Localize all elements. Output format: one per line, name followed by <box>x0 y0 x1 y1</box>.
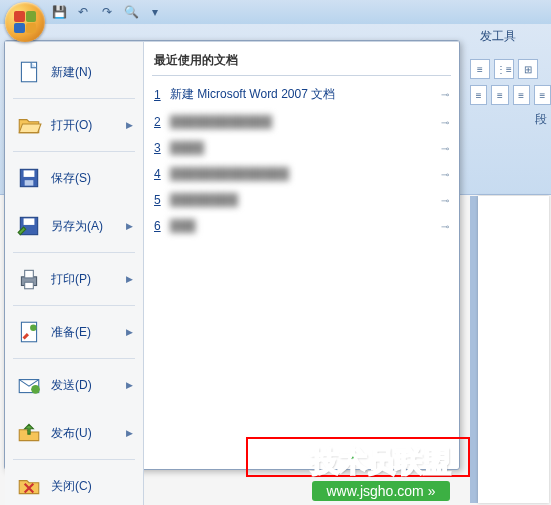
prepare-icon <box>15 318 43 346</box>
office-menu-commands: 新建(N) 打开(O) ▶ 保存(S) 另存 <box>5 42 144 505</box>
save-icon <box>15 164 43 192</box>
menu-item-prepare[interactable]: 准备(E) ▶ <box>9 308 139 356</box>
pin-icon[interactable]: ⊸ <box>441 89 449 100</box>
recent-title: 最近使用的文档 <box>152 48 451 76</box>
menu-label: 准备(E) <box>51 324 91 341</box>
qat-undo-icon[interactable]: ↶ <box>74 3 92 21</box>
multilevel-list-icon[interactable]: ⊞ <box>518 59 538 79</box>
svg-rect-0 <box>21 62 36 82</box>
pin-icon[interactable]: ⊸ <box>441 221 449 232</box>
menu-label: 打印(P) <box>51 271 91 288</box>
qat-save-icon[interactable]: 💾 <box>50 3 68 21</box>
chevron-right-icon: ▶ <box>126 274 133 284</box>
menu-item-save[interactable]: 保存(S) <box>9 154 139 202</box>
watermark-title: 技术员联盟 <box>311 443 451 481</box>
paragraph-group-label: 段 <box>470 111 551 128</box>
align-right-icon[interactable]: ≡ <box>513 85 530 105</box>
new-icon <box>15 58 43 86</box>
close-icon <box>15 472 43 500</box>
office-menu: 新建(N) 打开(O) ▶ 保存(S) 另存 <box>4 40 460 470</box>
menu-item-saveas[interactable]: 另存为(A) ▶ <box>9 202 139 250</box>
menu-label: 保存(S) <box>51 170 91 187</box>
menu-label: 打开(O) <box>51 117 92 134</box>
pin-icon[interactable]: ⊸ <box>441 117 449 128</box>
menu-item-print[interactable]: 打印(P) ▶ <box>9 255 139 303</box>
menu-label: 新建(N) <box>51 64 92 81</box>
menu-item-new[interactable]: 新建(N) <box>9 48 139 96</box>
svg-point-10 <box>30 324 37 331</box>
chevron-right-icon: ▶ <box>126 120 133 130</box>
recent-item[interactable]: 5 ████████ ⊸ <box>152 187 451 213</box>
menu-item-close[interactable]: 关闭(C) <box>9 462 139 505</box>
recent-item[interactable]: 4 ██████████████ ⊸ <box>152 161 451 187</box>
saveas-icon <box>15 212 43 240</box>
office-button[interactable] <box>5 2 45 42</box>
svg-rect-5 <box>24 218 35 225</box>
menu-label: 发送(D) <box>51 377 92 394</box>
recent-documents-panel: 最近使用的文档 1 新建 Microsoft Word 2007 文档 ⊸ 2 … <box>144 42 459 505</box>
recent-item[interactable]: 2 ████████████ ⊸ <box>152 109 451 135</box>
pin-icon[interactable]: ⊸ <box>441 169 449 180</box>
watermark-url: www.jsgho.com » <box>312 481 449 501</box>
qat-dropdown-icon[interactable]: ▾ <box>146 3 164 21</box>
chevron-right-icon: ▶ <box>126 380 133 390</box>
menu-label: 发布(U) <box>51 425 92 442</box>
quick-access-toolbar: 💾 ↶ ↷ 🔍 ▾ <box>0 0 551 24</box>
pin-icon[interactable]: ⊸ <box>441 195 449 206</box>
svg-rect-2 <box>24 170 35 177</box>
chevron-right-icon: ▶ <box>126 428 133 438</box>
menu-item-send[interactable]: 发送(D) ▶ <box>9 361 139 409</box>
menu-label: 关闭(C) <box>51 478 92 495</box>
recent-item[interactable]: 6 ███ ⊸ <box>152 213 451 239</box>
align-left-icon[interactable]: ≡ <box>470 85 487 105</box>
menu-item-publish[interactable]: 发布(U) ▶ <box>9 409 139 457</box>
align-justify-icon[interactable]: ≡ <box>534 85 551 105</box>
document-page[interactable] <box>478 196 549 503</box>
pin-icon[interactable]: ⊸ <box>441 143 449 154</box>
open-icon <box>15 111 43 139</box>
recent-item[interactable]: 1 新建 Microsoft Word 2007 文档 ⊸ <box>152 80 451 109</box>
svg-rect-8 <box>25 282 34 289</box>
document-area <box>470 196 549 503</box>
align-center-icon[interactable]: ≡ <box>491 85 508 105</box>
qat-preview-icon[interactable]: 🔍 <box>122 3 140 21</box>
office-logo-icon <box>14 11 36 33</box>
list-icon[interactable]: ≡ <box>470 59 490 79</box>
svg-rect-7 <box>25 270 34 278</box>
chevron-right-icon: ▶ <box>126 327 133 337</box>
qat-redo-icon[interactable]: ↷ <box>98 3 116 21</box>
recent-item[interactable]: 3 ████ ⊸ <box>152 135 451 161</box>
menu-item-open[interactable]: 打开(O) ▶ <box>9 101 139 149</box>
chevron-right-icon: ▶ <box>126 221 133 231</box>
svg-rect-3 <box>25 180 34 185</box>
watermark: 技术员联盟 www.jsgho.com » <box>311 443 451 501</box>
publish-icon <box>15 419 43 447</box>
menu-label: 另存为(A) <box>51 218 103 235</box>
send-icon <box>15 371 43 399</box>
svg-point-12 <box>31 385 40 394</box>
print-icon <box>15 265 43 293</box>
tab-developer[interactable]: 发工具 <box>470 24 526 49</box>
numbered-list-icon[interactable]: ⋮≡ <box>494 59 514 79</box>
